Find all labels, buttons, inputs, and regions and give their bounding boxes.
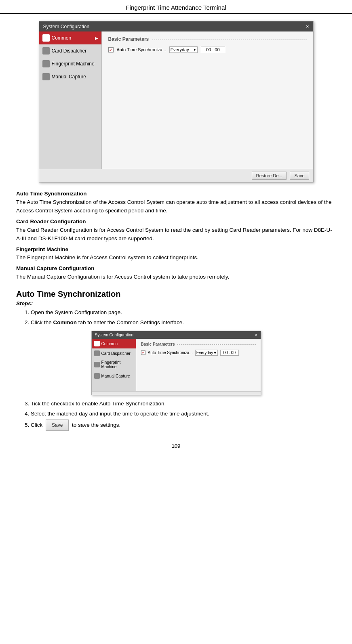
dialog-title-label: System Configuration xyxy=(43,24,90,29)
step-3-text: Tick the checkbox to enable Auto Time Sy… xyxy=(31,401,166,407)
small-dialog-sidebar: Common Card Dispatcher Fingerprint Machi… xyxy=(92,339,136,391)
sidebar-item-card-dispatcher-label: Card Dispatcher xyxy=(52,48,87,54)
card-reader-term: Card Reader Configuration xyxy=(16,218,86,224)
small-system-config-dialog: System Configuration × Common Card Dispa… xyxy=(91,331,261,395)
page-title: Fingerprint Time Attendance Terminal xyxy=(0,0,352,14)
dropdown-arrow-icon: ▼ xyxy=(193,48,196,52)
steps-list-continued: Tick the checkbox to enable Auto Time Sy… xyxy=(16,399,336,431)
fingerprint-desc-text: The Fingerprint Machine is for Access Co… xyxy=(16,254,198,260)
sidebar-item-card-dispatcher[interactable]: Card Dispatcher xyxy=(39,44,101,57)
fingerprint-machine-icon xyxy=(42,60,50,67)
page-number: 109 xyxy=(16,443,336,457)
dialog-titlebar: System Configuration × xyxy=(39,21,313,31)
small-sidebar-common[interactable]: Common xyxy=(92,339,136,348)
step-2: Click the Common tab to enter the Common… xyxy=(31,318,336,327)
auto-sync-term: Auto Time Synchronization xyxy=(16,191,87,197)
dialog-footer: Restore De... Save xyxy=(39,169,313,182)
steps-list: Open the System Configuration page. Clic… xyxy=(16,308,336,327)
save-button-inline[interactable]: Save xyxy=(46,420,69,431)
small-sidebar-card-dispatcher[interactable]: Card Dispatcher xyxy=(92,348,136,358)
step-5: Click Save to save the settings. xyxy=(31,420,336,431)
small-section-dots xyxy=(177,344,255,345)
small-sidebar-manual[interactable]: Manual Capture xyxy=(92,371,136,381)
fingerprint-desc: Fingerprint Machine The Fingerprint Mach… xyxy=(16,245,336,262)
common-bold: Common xyxy=(53,319,77,325)
auto-sync-section: Auto Time Synchronization Steps: Open th… xyxy=(16,289,336,431)
dialog-close-button[interactable]: × xyxy=(306,23,309,29)
auto-sync-desc-text: The Auto Time Synchronization of the Acc… xyxy=(16,199,331,214)
save-button[interactable]: Save xyxy=(290,172,309,180)
small-mc-icon xyxy=(94,373,100,379)
step-1: Open the System Configuration page. xyxy=(31,308,336,317)
time-input[interactable]: 00 : 00 xyxy=(201,46,225,53)
small-time-input[interactable]: 00 : 00 xyxy=(220,350,239,356)
small-card-icon xyxy=(94,350,100,356)
small-dialog-footer xyxy=(92,391,261,395)
system-config-dialog: System Configuration × Common ▶ Card Dis… xyxy=(39,21,314,183)
small-everyday-dropdown[interactable]: Everyday ▼ xyxy=(195,350,218,356)
section2-title: Auto Time Synchronization xyxy=(16,289,336,299)
sidebar-item-fingerprint-machine[interactable]: Fingerprint Machine xyxy=(39,57,101,70)
sidebar-arrow-icon: ▶ xyxy=(95,36,98,40)
step-2-text: Click the Common tab to enter the Common… xyxy=(31,319,184,325)
common-icon xyxy=(42,34,50,42)
auto-sync-checkbox[interactable]: ✔ xyxy=(108,47,114,52)
small-dialog-body: Common Card Dispatcher Fingerprint Machi… xyxy=(92,339,261,391)
section-dots-divider xyxy=(152,40,306,40)
small-dropdown-arrow: ▼ xyxy=(213,350,217,355)
small-mc-label: Manual Capture xyxy=(101,374,130,378)
small-card-label: Card Dispatcher xyxy=(101,351,131,356)
small-dialog-title-label: System Configuration xyxy=(95,333,134,337)
dialog-main-content: Basic Parameters ✔ Auto Time Synchroniza… xyxy=(102,31,313,169)
description-section: Auto Time Synchronization The Auto Time … xyxy=(16,190,336,281)
manual-capture-desc-text: The Manual Capture Configuration is for … xyxy=(16,274,229,280)
card-reader-desc: Card Reader Configuration The Card Reade… xyxy=(16,218,336,243)
small-auto-sync-checkbox[interactable]: ✔ xyxy=(141,350,145,355)
dialog-sidebar: Common ▶ Card Dispatcher Fingerprint Mac… xyxy=(39,31,102,169)
sidebar-item-common-label: Common xyxy=(52,35,72,41)
everyday-dropdown[interactable]: Everyday ▼ xyxy=(169,46,198,53)
auto-sync-row: ✔ Auto Time Synchroniza... Everyday ▼ 00… xyxy=(108,46,307,53)
fingerprint-term: Fingerprint Machine xyxy=(16,246,68,252)
steps-label: Steps: xyxy=(16,300,336,306)
small-dialog-close[interactable]: × xyxy=(255,333,257,337)
step-4-text: Select the matched day and input the tim… xyxy=(31,411,209,417)
dialog-body: Common ▶ Card Dispatcher Fingerprint Mac… xyxy=(39,31,313,169)
small-fp-label: Fingerprint Machine xyxy=(101,360,133,369)
step-3: Tick the checkbox to enable Auto Time Sy… xyxy=(31,399,336,409)
auto-sync-desc: Auto Time Synchronization The Auto Time … xyxy=(16,190,336,215)
small-basic-params-header: Basic Parameters xyxy=(141,342,256,346)
card-dispatcher-icon xyxy=(42,47,50,55)
small-auto-sync-label: Auto Time Synchroniza... xyxy=(148,350,193,355)
restore-defaults-button[interactable]: Restore De... xyxy=(252,172,287,180)
basic-parameters-header: Basic Parameters xyxy=(108,36,307,42)
sidebar-item-manual-capture[interactable]: Manual Capture xyxy=(39,70,101,83)
small-sidebar-fingerprint[interactable]: Fingerprint Machine xyxy=(92,358,136,371)
small-auto-sync-row: ✔ Auto Time Synchroniza... Everyday ▼ 00… xyxy=(141,350,256,356)
small-dialog-titlebar: System Configuration × xyxy=(92,331,261,339)
manual-capture-icon xyxy=(42,73,50,80)
manual-capture-term: Manual Capture Configuration xyxy=(16,265,95,271)
manual-capture-desc: Manual Capture Configuration The Manual … xyxy=(16,264,336,281)
small-common-icon xyxy=(94,341,100,346)
auto-sync-label: Auto Time Synchroniza... xyxy=(117,47,166,52)
step-5-text: Click Save to save the settings. xyxy=(31,422,120,428)
card-reader-desc-text: The Card Reader Configuration is for Acc… xyxy=(16,227,332,241)
small-fp-icon xyxy=(94,362,100,367)
step-4: Select the matched day and input the tim… xyxy=(31,409,336,419)
small-dialog-main: Basic Parameters ✔ Auto Time Synchroniza… xyxy=(136,339,261,391)
sidebar-item-fingerprint-machine-label: Fingerprint Machine xyxy=(52,61,95,67)
sidebar-item-manual-capture-label: Manual Capture xyxy=(52,74,86,80)
small-common-label: Common xyxy=(101,342,118,346)
step-1-text: Open the System Configuration page. xyxy=(31,309,122,315)
sidebar-item-common[interactable]: Common ▶ xyxy=(39,31,101,44)
